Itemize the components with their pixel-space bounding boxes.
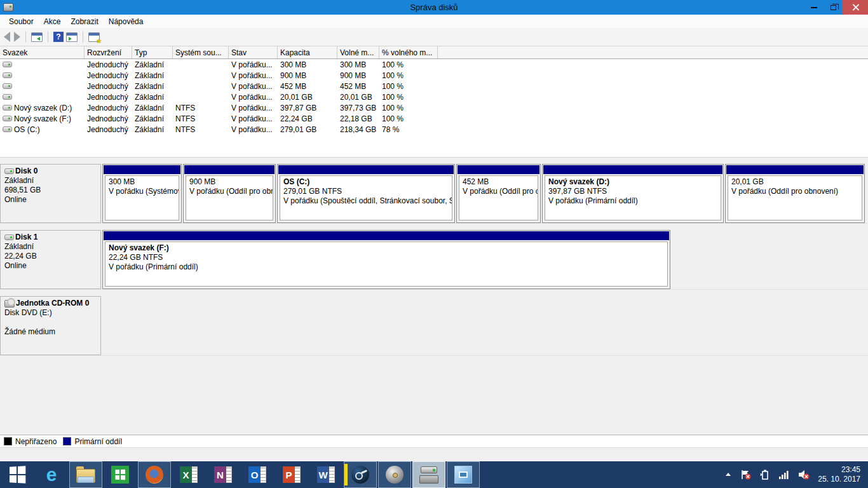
close-button[interactable] xyxy=(843,0,868,15)
power-icon[interactable] xyxy=(759,469,771,480)
outlook-icon: O xyxy=(248,466,266,483)
volume-cell-text: Nový svazek (D:) xyxy=(14,104,72,112)
network-icon[interactable] xyxy=(778,470,790,480)
column-header[interactable]: Systém sou... xyxy=(173,46,229,58)
disk-name-text: Disk 0 xyxy=(15,166,37,176)
forward-icon[interactable] xyxy=(14,32,20,42)
partition-size: 900 MB xyxy=(189,177,269,187)
partition-size: 300 MB xyxy=(109,177,175,187)
cdrom-drive-letter: Disk DVD (E:) xyxy=(4,308,97,318)
restore-icon xyxy=(831,5,836,10)
column-header[interactable]: Stav xyxy=(229,46,278,58)
cdrom-media-status: Žádné médium xyxy=(4,327,97,337)
partition-header-bar xyxy=(726,165,864,174)
taskbar-word-button[interactable]: W xyxy=(309,461,342,488)
titlebar: Správa disků xyxy=(0,0,868,15)
cdrom-panel[interactable]: Jednotka CD-ROM 0Disk DVD (E:) Žádné méd… xyxy=(0,296,101,355)
taskbar-start-button[interactable] xyxy=(1,461,34,488)
disk-management-icon xyxy=(419,466,438,484)
partition[interactable]: 452 MBV pořádku (Oddíl pro obnovení) xyxy=(456,164,541,223)
console-tree-icon[interactable] xyxy=(31,32,43,42)
minimize-button[interactable] xyxy=(804,0,824,15)
disk-panel-0[interactable]: Disk 0Základní698,51 GBOnline xyxy=(0,164,101,223)
volume-cell-stav: V pořádku... xyxy=(229,71,278,80)
partition-title: Nový svazek (D:) xyxy=(548,177,717,187)
volume-cell-typ: Základní xyxy=(132,60,173,69)
menu-action[interactable]: Akce xyxy=(39,16,66,27)
taskbar-onenote-button[interactable]: N xyxy=(207,461,240,488)
volume-row[interactable]: JednoduchýZákladníV pořádku...20,01 GB20… xyxy=(0,92,868,102)
column-header[interactable]: Typ xyxy=(132,46,173,58)
volume-row[interactable]: JednoduchýZákladníV pořádku...900 MB900 … xyxy=(0,70,868,81)
menu-view[interactable]: Zobrazit xyxy=(65,16,103,27)
partition[interactable]: 900 MBV pořádku (Oddíl pro obnovení) xyxy=(183,164,276,223)
column-header[interactable]: Volné m... xyxy=(337,46,379,58)
volume-cell-rozvrzeni: Jednoduchý xyxy=(85,82,132,91)
action-center-icon[interactable] xyxy=(740,469,752,480)
close-icon xyxy=(852,4,859,11)
volume-cell-typ: Základní xyxy=(132,71,173,80)
volume-icon xyxy=(3,126,12,132)
tray-expand-icon[interactable] xyxy=(724,470,733,479)
restore-button[interactable] xyxy=(824,0,843,15)
partition[interactable]: Nový svazek (F:)22,24 GB NTFSV pořádku (… xyxy=(102,230,670,289)
volume-cell-rozvrzeni: Jednoduchý xyxy=(85,71,132,80)
taskbar-steam-button[interactable] xyxy=(344,461,377,488)
toolbar-separator xyxy=(83,31,83,43)
volume-cell-stav: V pořádku... xyxy=(229,93,278,102)
volume-cell-text: Základní xyxy=(135,125,164,134)
taskbar-clock[interactable]: 23:45 25. 10. 2017 xyxy=(818,465,860,484)
volume-cell-typ: Základní xyxy=(132,82,173,91)
action-pane-icon[interactable] xyxy=(66,32,78,42)
taskbar-disk-utility-button[interactable] xyxy=(378,461,411,488)
taskbar-store-button[interactable] xyxy=(104,461,137,488)
excel-icon: X xyxy=(180,466,198,483)
volume-row[interactable]: OS (C:)JednoduchýZákladníNTFSV pořádku..… xyxy=(0,124,868,135)
partition[interactable]: 300 MBV pořádku (Systémový oddíl) xyxy=(102,164,182,223)
volume-cell-text: Základní xyxy=(135,114,164,123)
partition[interactable]: 20,01 GBV pořádku (Oddíl pro obnovení) xyxy=(725,164,865,223)
volume-cell-text: 100 % xyxy=(382,114,403,123)
column-header[interactable]: Kapacita xyxy=(278,46,337,58)
volume-cell-text: NTFS xyxy=(175,114,195,123)
volume-cell-system: NTFS xyxy=(173,114,229,123)
volume-cell-rozvrzeni: Jednoduchý xyxy=(85,60,132,69)
volume-cell-typ: Základní xyxy=(132,104,173,112)
volume-cell-text: 20,01 GB xyxy=(340,93,372,102)
taskbar-firefox-button[interactable] xyxy=(138,461,171,488)
partition[interactable]: Nový svazek (D:)397,87 GB NTFSV pořádku … xyxy=(542,164,724,223)
column-header[interactable]: Svazek xyxy=(0,46,85,58)
partition[interactable]: OS (C:)279,01 GB NTFSV pořádku (Spouštěc… xyxy=(277,164,455,223)
taskbar-cpu-z-button[interactable] xyxy=(447,461,480,488)
taskbar-powerpoint-button[interactable]: P xyxy=(275,461,308,488)
volume-cell-text: V pořádku... xyxy=(231,93,273,102)
disk-management-window: Správa disků SouborAkceZobrazitNápověda … xyxy=(0,0,868,461)
taskbar-file-explorer-button[interactable] xyxy=(69,461,102,488)
back-icon[interactable] xyxy=(4,32,10,42)
volume-row[interactable]: JednoduchýZákladníV pořádku...300 MB300 … xyxy=(0,59,868,70)
volume-row[interactable]: Nový svazek (D:)JednoduchýZákladníNTFSV … xyxy=(0,102,868,113)
taskbar-outlook-button[interactable]: O xyxy=(241,461,274,488)
taskbar-excel-button[interactable]: X xyxy=(172,461,205,488)
menu-file[interactable]: Soubor xyxy=(4,16,39,27)
disk-name: Disk 1 xyxy=(4,233,97,242)
volume-cell-text: Nový svazek (F:) xyxy=(14,114,71,123)
volume-cell-text: Jednoduchý xyxy=(87,93,128,102)
properties-icon[interactable] xyxy=(88,32,100,42)
help-icon[interactable]: ? xyxy=(53,32,64,42)
volume-cell-typ: Základní xyxy=(132,93,173,102)
volume-row[interactable]: JednoduchýZákladníV pořádku...452 MB452 … xyxy=(0,81,868,92)
volume-muted-icon[interactable] xyxy=(797,469,810,480)
column-header[interactable]: % volného m... xyxy=(379,46,438,58)
column-header[interactable]: Rozvržení xyxy=(85,46,132,58)
menu-help[interactable]: Nápověda xyxy=(104,16,149,27)
legend-bar: NepřiřazenoPrimární oddíl xyxy=(0,435,868,447)
disk-utility-icon xyxy=(386,466,403,484)
volume-row[interactable]: Nový svazek (F:)JednoduchýZákladníNTFSV … xyxy=(0,113,868,124)
taskbar-disk-management-button[interactable] xyxy=(412,461,445,488)
volume-cell-volne: 900 MB xyxy=(337,71,379,80)
disk-panel-1[interactable]: Disk 1Základní22,24 GBOnline xyxy=(0,230,101,289)
taskbar-internet-explorer-button[interactable]: e xyxy=(35,461,68,488)
store-icon xyxy=(111,466,129,484)
volume-cell-text: Základní xyxy=(135,93,164,102)
